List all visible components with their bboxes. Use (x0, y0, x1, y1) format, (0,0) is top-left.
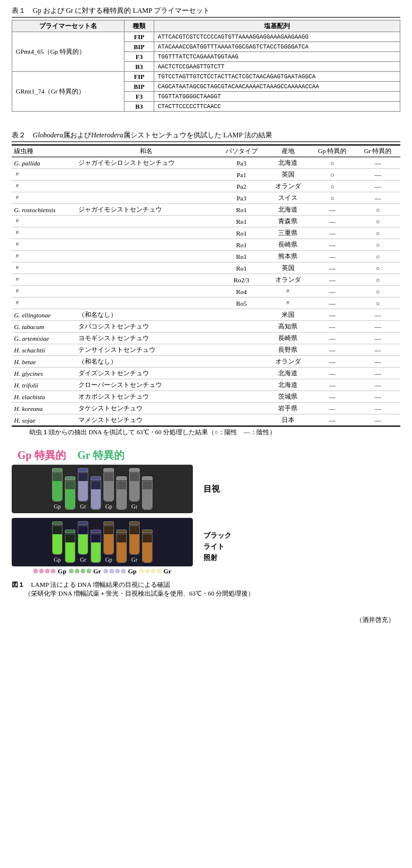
tube-gr2 (91, 476, 101, 510)
gr-result-cell: — (355, 321, 400, 333)
tube-liquid (130, 481, 139, 501)
tube-uv-gr1: Gr (78, 521, 88, 563)
tube-liquid (117, 542, 126, 562)
tube-liquid (130, 534, 139, 554)
tube-body (116, 534, 127, 563)
col-primer-name: プライマーセット名 (12, 20, 124, 32)
gr-result-cell: — (355, 309, 400, 321)
gr-result-cell: ○ (355, 251, 400, 262)
origin-cell: 英国 (267, 169, 309, 181)
table2-footnote: 幼虫１頭からの抽出 DNA を供試して 63℃・60 分処理した結果（○：陽性 … (12, 428, 400, 437)
tube-uv-gp3: Gp (103, 521, 114, 563)
gp-result-cell: — (309, 368, 355, 379)
tube-gr4 (142, 476, 153, 510)
tube-label: Gp (105, 556, 112, 563)
table1-section: 表１ Gp および Gr に対する種特異的 LAMP プライマーセット プライマ… (12, 6, 400, 112)
gp-result-cell: ○ (309, 157, 355, 169)
species-cell: 〃 (12, 227, 76, 239)
table-row: H. sojaeマメシストセンチュウ日本—— (12, 414, 400, 427)
wname-cell (76, 274, 216, 286)
species-cell: 〃 (12, 169, 76, 181)
tube-body (129, 525, 140, 555)
gr-result-cell: — (355, 157, 400, 169)
gp-result-cell: ○ (309, 169, 355, 181)
tube-label: Gr (131, 556, 138, 563)
species-cell: 〃 (12, 298, 76, 309)
primer-type: BIP (124, 42, 154, 52)
wname-cell: ジャガイモシロシストセンチュウ (76, 157, 216, 169)
pathotype-cell (216, 344, 267, 356)
primer-type: B3 (124, 62, 154, 72)
species-cell: 〃 (12, 286, 76, 298)
fig-tubes-visual: Gp Gr (12, 465, 193, 513)
tube-liquid (78, 481, 88, 501)
dot-label-gp: Gp (58, 568, 67, 575)
gr-result-cell: ○ (355, 216, 400, 227)
tube-cap (142, 530, 153, 533)
wname-cell (76, 169, 216, 181)
table-row: H. schachtiiテンサイシストセンチュウ長野県—— (12, 344, 400, 356)
dot-gr4 (86, 569, 91, 573)
dot-group-gr (69, 568, 91, 575)
wname-cell (76, 227, 216, 239)
tube-cap (103, 468, 114, 472)
dot-group-gp2 (103, 568, 126, 575)
table2-col-header: 和名 (76, 145, 216, 157)
pathotype-cell (216, 414, 267, 427)
primer-seq: ATACAAACCGATGGTTTAAAATGGCGAGTCTACCTGGGGA… (154, 42, 400, 52)
wname-cell (76, 181, 216, 192)
primer-type: F3 (124, 52, 154, 62)
tube-label: Gr (80, 503, 86, 510)
tube-body (103, 472, 114, 502)
wname-cell: タバコシストセンチュウ (76, 321, 216, 333)
table-row: H. koreanaタケシストセンチュウ岩手県—— (12, 403, 400, 414)
tube-liquid (78, 534, 88, 554)
fig-uv-row: Gp Gr (12, 518, 400, 576)
gr-result-cell: — (355, 414, 400, 427)
table2-suffix: 属シストセンチュウを供試した LAMP 法の結果 (123, 131, 272, 139)
table2-genus2: Heterodera (91, 131, 123, 139)
dot-gp24 (121, 569, 126, 573)
origin-cell: スイス (267, 192, 309, 204)
tube-liquid (91, 542, 101, 562)
table2-prefix: 表２ (12, 131, 26, 139)
pathotype-cell (216, 403, 267, 414)
table2-col-header: 産地 (267, 145, 309, 157)
gp-result-cell: — (309, 333, 355, 344)
gr-result-cell: ○ (355, 274, 400, 286)
gp-result-cell: — (309, 227, 355, 239)
primer-seq: TGGTTTATCTCAGAAATGGTAAG (154, 52, 400, 62)
wname-cell (76, 239, 216, 251)
dot-gr3 (81, 569, 85, 573)
gr-result-cell: ○ (355, 204, 400, 216)
dot-gr24 (157, 569, 161, 573)
gp-result-cell: — (309, 274, 355, 286)
table-row: 〃Ro1三重県—○ (12, 227, 400, 239)
wname-cell (76, 262, 216, 274)
tube-label: Gp (54, 503, 61, 510)
tube-cap (65, 476, 75, 480)
origin-cell: 北海道 (267, 368, 309, 379)
species-cell: H. glycines (12, 368, 76, 379)
gp-result-cell: — (309, 391, 355, 403)
wname-cell: ダイズシストセンチュウ (76, 368, 216, 379)
pathotype-cell: Ro1 (216, 216, 267, 227)
pathotype-cell: Ro5 (216, 298, 267, 309)
origin-cell: 長崎県 (267, 239, 309, 251)
tube-label: Gp (54, 556, 61, 563)
pathotype-cell: Ro1 (216, 251, 267, 262)
fig-labels-row: Gp 特異的 Gr 特異的 (12, 448, 400, 462)
tube-liquid (117, 489, 126, 509)
table2-section: 表２ Globodera属およびHeterodera属シストセンチュウを供試した… (12, 130, 400, 437)
pathotype-cell: Pa3 (216, 157, 267, 169)
gp-result-cell: — (309, 251, 355, 262)
wname-cell: テンサイシストセンチュウ (76, 344, 216, 356)
wname-cell (76, 298, 216, 309)
origin-cell: 岩手県 (267, 403, 309, 414)
tube-body (91, 480, 101, 510)
fig-label-gp: Gp 特異的 (18, 448, 66, 462)
tube-label: Gr (80, 556, 86, 563)
pathotype-cell (216, 368, 267, 379)
fig-side-label-visual: 目視 (203, 484, 220, 494)
species-cell: 〃 (12, 192, 76, 204)
